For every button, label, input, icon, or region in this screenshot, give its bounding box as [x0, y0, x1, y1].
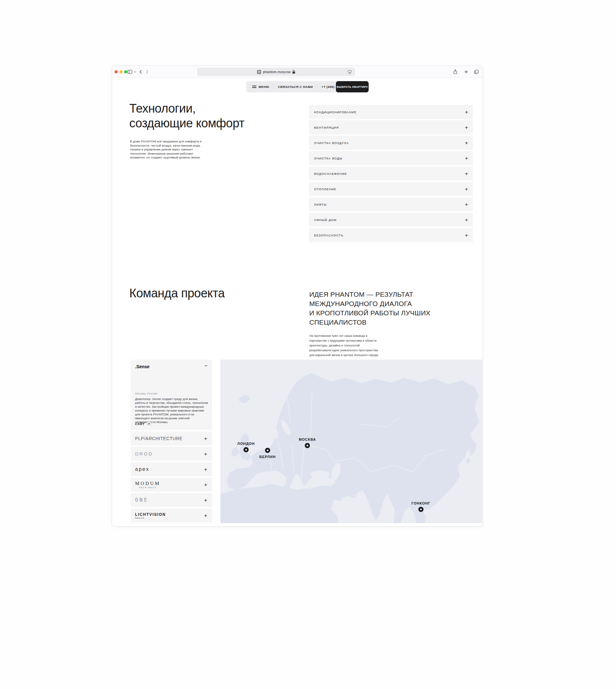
plus-icon[interactable]: +: [204, 497, 207, 503]
member-logo: MODUM ARCHITECTS: [135, 481, 160, 489]
plus-icon[interactable]: +: [465, 109, 468, 115]
zoom-window-button[interactable]: [124, 70, 127, 73]
team-members-list: .Sense − Москва, Россия Девелопер .Sense…: [131, 360, 212, 523]
site-link[interactable]: САЙТ ↗: [135, 422, 151, 426]
site-favicon: P: [257, 70, 261, 74]
url-text: phantom.moscow: [263, 70, 290, 74]
page-content: МЕНЮ СВЯЗАТЬСЯ С НАМИ +7 (495) 109-99-99…: [112, 78, 483, 527]
choose-apartment-button[interactable]: ВЫБРАТЬ КВАРТИРУ: [336, 81, 369, 92]
plus-icon[interactable]: +: [465, 140, 468, 146]
map-marker-label: ЛОНДОН: [237, 442, 255, 446]
forward-button[interactable]: [145, 69, 150, 74]
accordion-label: ОЧИСТКА ВОДЫ: [314, 157, 342, 160]
member-row-plp[interactable]: PLP/ARCHITECTURE +: [131, 431, 212, 446]
accordion-label: УМНЫЙ ДОМ: [314, 218, 336, 222]
accordion-item-ventilation[interactable]: ВЕНТИЛЯЦИЯ +: [309, 120, 473, 134]
member-description: Девелопер .Sense создаёт среду для жизни…: [135, 397, 208, 424]
site-link-label: САЙТ: [135, 422, 145, 426]
share-icon[interactable]: [453, 69, 458, 74]
team-subtitle-line: СПЕЦИАЛИСТОВ: [309, 317, 431, 327]
browser-window: P phantom.moscow: [112, 65, 483, 527]
desktop: P phantom.moscow: [0, 0, 616, 689]
plus-icon[interactable]: +: [204, 467, 207, 472]
accordion-label: ВЕНТИЛЯЦИЯ: [314, 126, 339, 129]
accordion-label: ОТОПЛЕНИЕ: [314, 187, 336, 191]
plus-icon[interactable]: +: [204, 513, 207, 518]
member-row-modum[interactable]: MODUM ARCHITECTS +: [131, 477, 212, 492]
accordion-label: ЛИФТЫ: [314, 203, 327, 206]
tech-title-line1: Технологии,: [129, 101, 244, 116]
team-subtitle-line: МЕЖДУНАРОДНОГО ДИАЛОГА: [309, 299, 431, 308]
member-logo: LICHTVISION DESIGN: [135, 512, 166, 519]
plus-icon[interactable]: +: [465, 217, 468, 223]
accordion-item-water-purification[interactable]: ОЧИСТКА ВОДЫ +: [309, 151, 473, 165]
accordion-item-security[interactable]: БЕЗОПАСНОСТЬ +: [309, 228, 473, 242]
tech-title-line2: создающие комфорт: [129, 116, 244, 131]
member-logo: PLP/ARCHITECTURE: [135, 436, 182, 441]
contact-link[interactable]: СВЯЗАТЬСЯ С НАМИ: [274, 81, 317, 92]
member-logo-sub: DESIGN: [135, 517, 166, 519]
member-logo-sub: ARCHITECTS: [139, 487, 157, 489]
accordion-label: ВОДОСНАБЖЕНИЕ: [314, 172, 347, 175]
menu-label: МЕНЮ: [259, 85, 269, 89]
member-row-droo[interactable]: DROO +: [131, 447, 212, 461]
tech-section-title: Технологии, создающие комфорт: [129, 101, 244, 131]
accordion-item-heating[interactable]: ОТОПЛЕНИЕ +: [309, 182, 473, 196]
plus-icon[interactable]: +: [204, 482, 207, 488]
team-section-title: Команда проекта: [129, 286, 225, 301]
tab-overview-icon[interactable]: [474, 69, 479, 74]
plus-icon[interactable]: +: [465, 171, 468, 176]
team-map: ЛОНДОН БЕРЛИН МОСКВА ГОНКОНГ: [220, 360, 482, 523]
minimize-window-button[interactable]: [119, 70, 123, 73]
hamburger-icon: [252, 86, 256, 88]
plus-icon[interactable]: +: [465, 125, 468, 130]
accordion-label: КОНДИЦИОНИРОВАНИЕ: [314, 110, 356, 114]
sidebar-toggle-icon[interactable]: [127, 69, 132, 74]
tech-section-description: В доме PHANTOM всё продумано для комфорт…: [130, 139, 207, 160]
member-name: .Sense: [135, 364, 150, 369]
minus-icon[interactable]: −: [204, 363, 207, 369]
map-marker-label: ГОНКОНГ: [411, 502, 430, 505]
plus-icon[interactable]: +: [204, 436, 207, 441]
address-bar[interactable]: P phantom.moscow: [197, 68, 355, 76]
plus-icon[interactable]: +: [204, 451, 207, 457]
accordion-item-elevators[interactable]: ЛИФТЫ +: [309, 197, 473, 212]
accordion-label: БЕЗОПАСНОСТЬ: [314, 234, 343, 237]
external-arrow-icon: ↗: [147, 422, 151, 426]
plus-icon[interactable]: +: [465, 186, 468, 192]
plus-icon[interactable]: +: [465, 156, 468, 161]
new-tab-icon[interactable]: [464, 69, 469, 74]
map-marker-label: БЕРЛИН: [259, 455, 276, 459]
tech-accordion: КОНДИЦИОНИРОВАНИЕ + ВЕНТИЛЯЦИЯ + ОЧИСТКА…: [309, 105, 473, 242]
plus-icon[interactable]: +: [465, 202, 468, 207]
page-menu-icon[interactable]: [348, 70, 352, 74]
team-subtitle: ИДЕЯ PHANTOM — РЕЗУЛЬТАТ МЕЖДУНАРОДНОГО …: [309, 290, 431, 327]
team-description: На протяжении трёх лет наша команда в па…: [309, 333, 381, 357]
browser-toolbar: P phantom.moscow: [112, 66, 483, 78]
team-subtitle-line: ИДЕЯ PHANTOM — РЕЗУЛЬТАТ: [309, 290, 431, 299]
member-logo: apex: [135, 466, 150, 472]
accordion-item-conditioning[interactable]: КОНДИЦИОНИРОВАНИЕ +: [309, 105, 473, 119]
map-svg: ЛОНДОН БЕРЛИН МОСКВА ГОНКОНГ: [220, 360, 482, 523]
map-marker-label: МОСКВА: [299, 438, 316, 441]
member-location: Москва, Россия: [135, 392, 157, 395]
member-row-lichtvision[interactable]: LICHTVISION DESIGN +: [131, 508, 212, 523]
back-button[interactable]: [138, 69, 144, 74]
chevron-down-icon[interactable]: [133, 70, 137, 73]
plus-icon[interactable]: +: [465, 232, 468, 238]
team-subtitle-line: И КРОПОТЛИВОЙ РАБОТЫ ЛУЧШИХ: [309, 308, 431, 317]
menu-button[interactable]: МЕНЮ: [248, 81, 273, 92]
accordion-item-water-supply[interactable]: ВОДОСНАБЖЕНИЕ +: [309, 166, 473, 181]
member-row-apex[interactable]: apex +: [131, 462, 212, 476]
member-logo: DROO: [135, 451, 153, 457]
member-row-one[interactable]: ONE +: [131, 493, 212, 507]
accordion-label: ОЧИСТКА ВОЗДУХА: [314, 141, 349, 145]
member-card-sense[interactable]: .Sense − Москва, Россия Девелопер .Sense…: [131, 360, 212, 430]
lock-icon: [292, 70, 295, 74]
accordion-item-smart-home[interactable]: УМНЫЙ ДОМ +: [309, 213, 473, 227]
member-logo: ONE: [135, 497, 149, 503]
close-window-button[interactable]: [114, 70, 118, 73]
accordion-item-air-purification[interactable]: ОЧИСТКА ВОЗДУХА +: [309, 136, 473, 150]
